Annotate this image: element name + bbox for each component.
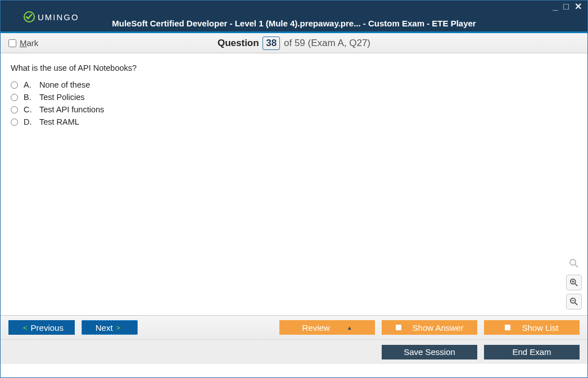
search-icon[interactable] <box>566 256 582 271</box>
save-session-button[interactable]: Save Session <box>382 345 477 359</box>
option-letter: D. <box>24 117 34 126</box>
zoom-tools <box>566 256 582 309</box>
mark-checkbox-wrap[interactable]: Mark <box>8 38 38 48</box>
option-d[interactable]: D. Test RAML <box>11 117 577 126</box>
option-b[interactable]: B. Test Policies <box>11 93 577 102</box>
infobar: Mark Question 38 of 59 (Exam A, Q27) <box>1 33 587 53</box>
option-text: Test RAML <box>39 117 79 126</box>
footer-row-secondary: Save Session End Exam <box>1 339 587 364</box>
end-exam-button[interactable]: End Exam <box>484 345 580 359</box>
option-letter: A. <box>24 80 34 89</box>
next-button[interactable]: Next > <box>82 320 138 335</box>
review-label: Review <box>302 323 329 333</box>
option-a-radio[interactable] <box>11 81 18 89</box>
save-session-label: Save Session <box>404 347 455 357</box>
titlebar: UMINGO MuleSoft Certified Developer - Le… <box>1 1 587 33</box>
question-panel: What is the use of API Notebooks? A. Non… <box>1 53 587 315</box>
maximize-icon[interactable]: □ <box>562 3 570 11</box>
chevron-left-icon: < <box>23 324 28 332</box>
mark-checkbox[interactable] <box>8 39 16 47</box>
option-a[interactable]: A. None of these <box>11 80 577 89</box>
close-icon[interactable]: ✕ <box>573 3 583 11</box>
stop-icon <box>505 325 510 330</box>
previous-label: Previous <box>31 323 64 333</box>
option-text: None of these <box>39 80 90 89</box>
minimize-icon[interactable]: _ <box>551 3 559 11</box>
review-button[interactable]: Review ▲ <box>279 320 375 335</box>
option-letter: B. <box>24 93 34 102</box>
option-d-radio[interactable] <box>11 119 18 126</box>
option-letter: C. <box>24 105 34 114</box>
question-counter: Question 38 of 59 (Exam A, Q27) <box>1 37 587 50</box>
show-answer-button[interactable]: Show Answer <box>382 320 477 335</box>
window-title: MuleSoft Certified Developer - Level 1 (… <box>1 19 587 28</box>
option-text: Test Policies <box>39 93 85 102</box>
option-b-radio[interactable] <box>11 94 18 101</box>
chevron-right-icon: > <box>116 324 121 332</box>
mark-label: Mark <box>20 38 38 48</box>
svg-line-4 <box>575 284 577 286</box>
option-text: Test API functions <box>39 105 104 114</box>
zoom-in-icon[interactable] <box>566 275 582 290</box>
svg-line-8 <box>575 303 577 305</box>
window-controls: _ □ ✕ <box>551 3 583 11</box>
footer: < Previous Next > Review ▲ Show Answer S… <box>1 315 587 364</box>
show-answer-label: Show Answer <box>413 323 464 333</box>
triangle-up-icon: ▲ <box>347 325 352 331</box>
option-c[interactable]: C. Test API functions <box>11 105 577 114</box>
end-exam-label: End Exam <box>512 347 551 357</box>
svg-line-2 <box>575 265 578 267</box>
current-question-number: 38 <box>263 37 280 50</box>
previous-button[interactable]: < Previous <box>8 320 75 335</box>
next-label: Next <box>96 323 113 333</box>
show-list-label: Show List <box>522 323 558 333</box>
stop-icon <box>396 325 401 330</box>
option-c-radio[interactable] <box>11 106 18 113</box>
show-list-button[interactable]: Show List <box>484 320 580 335</box>
svg-point-1 <box>570 259 576 265</box>
zoom-out-icon[interactable] <box>566 294 582 309</box>
question-text: What is the use of API Notebooks? <box>11 63 577 72</box>
footer-row-primary: < Previous Next > Review ▲ Show Answer S… <box>1 316 587 339</box>
